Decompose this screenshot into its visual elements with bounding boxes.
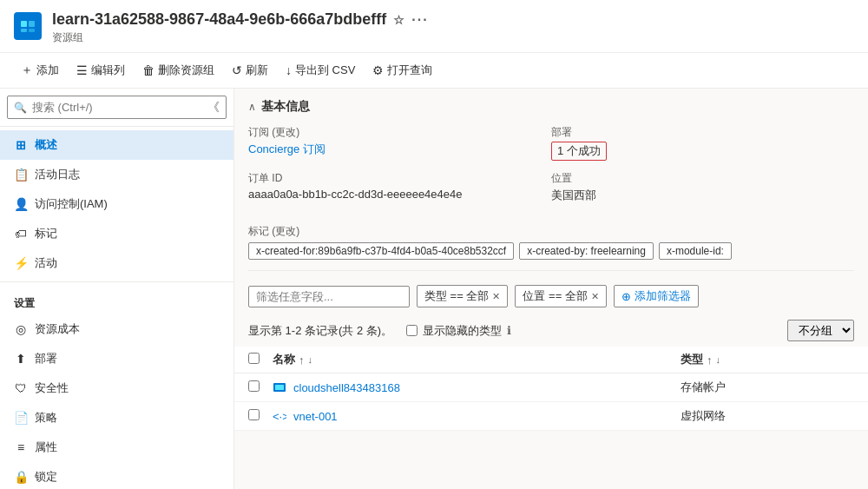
row-type-col: 存储帐户 [681,380,854,395]
nav-divider [0,281,233,282]
row-checkbox[interactable] [248,409,260,420]
header-type-col: 类型 ↑ ↓ [681,352,854,367]
subscription-info: 订阅 (更改) Concierge 订阅 [248,122,551,168]
refresh-icon: ↺ [232,63,242,77]
columns-icon: ☰ [76,63,88,77]
refresh-button[interactable]: ↺ 刷新 [225,58,275,83]
cost-icon: ◎ [14,322,28,336]
sidebar-item-cost[interactable]: ◎ 资源成本 [0,314,233,344]
sidebar-item-label: 部署 [35,351,57,367]
open-query-button[interactable]: ⚙ 打开查询 [365,58,439,83]
main-layout: 🔍 《 ⊞ 概述 📋 活动日志 👤 访问控制(IAM) 🏷 标记 ⚡ [0,89,868,489]
subscription-id-info: 订单 ID aaaa0a0a-bb1b-cc2c-dd3d-eeeeee4e4e… [248,168,551,210]
properties-icon: ≡ [14,440,28,454]
info-grid: 订阅 (更改) Concierge 订阅 部署 1 个成功 订单 ID aaaa… [234,122,868,224]
main-content: ∧ 基本信息 订阅 (更改) Concierge 订阅 部署 1 个成功 订单 … [234,89,868,489]
show-hidden-checkbox[interactable] [406,325,418,336]
svg-rect-0 [21,21,27,27]
deployment-badge[interactable]: 1 个成功 [551,142,607,161]
vnet-link[interactable]: vnet-001 [293,410,338,423]
row-check-col [248,409,273,423]
query-icon: ⚙ [372,63,384,77]
sort-type-icon[interactable]: ↓ [716,354,721,365]
group-by-select[interactable]: 不分组 [787,320,854,341]
add-icon: ＋ [21,63,33,78]
events-icon: ⚡ [14,256,28,270]
tags-label: 标记 (更改) [248,225,299,237]
sidebar-item-locks[interactable]: 🔒 锁定 [0,462,233,489]
deployment-value: 1 个成功 [551,142,854,161]
sidebar-item-label: 锁定 [35,469,57,485]
settings-section-label: 设置 [0,286,233,314]
export-icon: ↓ [286,63,292,77]
search-box: 🔍 《 [0,89,233,127]
delete-button[interactable]: 🗑 删除资源组 [135,58,221,83]
tags-row: x-created-for:89b6a9fb-c37b-4fd4-b0a5-40… [234,242,868,270]
row-checkbox[interactable] [248,380,260,392]
select-all-checkbox[interactable] [248,353,260,364]
collapse-sidebar-button[interactable]: 《 [207,100,220,116]
sidebar-item-events[interactable]: ⚡ 活动 [0,248,233,278]
header-check-col [248,353,273,367]
filter-input[interactable] [248,286,410,307]
sidebar-item-iam[interactable]: 👤 访问控制(IAM) [0,189,233,219]
cloudshell-link[interactable]: cloudshell843483168 [293,381,400,394]
location-info: 位置 美国西部 [551,168,854,210]
type-filter-label: 类型 == 全部 [424,288,489,304]
sidebar-item-properties[interactable]: ≡ 属性 [0,433,233,462]
records-count: 显示第 1-2 条记录(共 2 条)。 [248,323,392,339]
sidebar-item-label: 概述 [35,137,57,153]
content-divider [248,270,854,271]
pin-icon[interactable]: ☆ [393,13,404,27]
edit-columns-button[interactable]: ☰ 编辑列 [69,58,132,83]
svg-rect-2 [21,29,27,32]
sidebar-item-label: 属性 [35,439,57,455]
sidebar-item-tags[interactable]: 🏷 标记 [0,219,233,248]
policy-icon: 📄 [14,411,28,425]
add-button[interactable]: ＋ 添加 [14,58,66,83]
row-name-col: <·> vnet-001 [273,409,681,423]
deploy-icon: ⬆ [14,352,28,366]
location-label: 位置 [551,171,854,186]
page-header: learn-31a62588-9867-48a4-9e6b-666a7bdbef… [0,0,868,53]
overview-icon: ⊞ [14,138,28,152]
location-value: 美国西部 [551,188,854,203]
show-hidden-label: 显示隐藏的类型 ℹ [406,323,511,339]
sidebar-item-security[interactable]: 🛡 安全性 [0,373,233,403]
sort-name-icon[interactable]: ↓ [308,354,313,365]
subscription-value[interactable]: Concierge 订阅 [248,142,551,157]
sidebar-item-label: 策略 [35,410,57,426]
search-icon: 🔍 [14,102,27,114]
sidebar-item-deploy[interactable]: ⬆ 部署 [0,344,233,373]
delete-icon: 🗑 [142,63,155,77]
tag-item: x-module-id: [659,242,732,260]
tags-icon: 🏷 [14,227,28,241]
header-name-col: 名称 ↑ ↓ [273,352,681,367]
add-filter-icon: ⊕ [621,290,631,303]
subscription-id-value: aaaa0a0a-bb1b-cc2c-dd3d-eeeeee4e4e4e [248,188,551,201]
table-header: 名称 ↑ ↓ 类型 ↑ ↓ [234,347,868,373]
sidebar-item-policy[interactable]: 📄 策略 [0,403,233,433]
iam-icon: 👤 [14,197,28,211]
sidebar-item-activity-log[interactable]: 📋 活动日志 [0,160,233,189]
export-csv-button[interactable]: ↓ 导出到 CSV [279,58,362,83]
svg-rect-1 [29,21,35,27]
tags-label-row: 标记 (更改) [234,224,868,242]
location-filter-remove-icon[interactable]: ✕ [591,291,599,302]
search-input[interactable] [7,96,227,119]
type-filter-remove-icon[interactable]: ✕ [492,291,500,302]
deployment-label: 部署 [551,125,854,140]
section-title: 基本信息 [261,99,310,115]
resource-group-icon [14,12,42,40]
sidebar-item-overview[interactable]: ⊞ 概述 [0,130,233,160]
locks-icon: 🔒 [14,470,28,484]
storage-icon [273,380,286,394]
location-filter-chip: 位置 == 全部 ✕ [515,285,606,307]
sidebar-nav: ⊞ 概述 📋 活动日志 👤 访问控制(IAM) 🏷 标记 ⚡ 活动 设置 [0,127,233,489]
sidebar-item-label: 活动 [35,255,57,271]
section-header-basic-info[interactable]: ∧ 基本信息 [234,89,868,122]
more-options-icon[interactable]: ··· [411,12,428,28]
add-filter-button[interactable]: ⊕ 添加筛选器 [614,285,699,307]
type-filter-chip: 类型 == 全部 ✕ [417,285,508,307]
sidebar: 🔍 《 ⊞ 概述 📋 活动日志 👤 访问控制(IAM) 🏷 标记 ⚡ [0,89,234,489]
